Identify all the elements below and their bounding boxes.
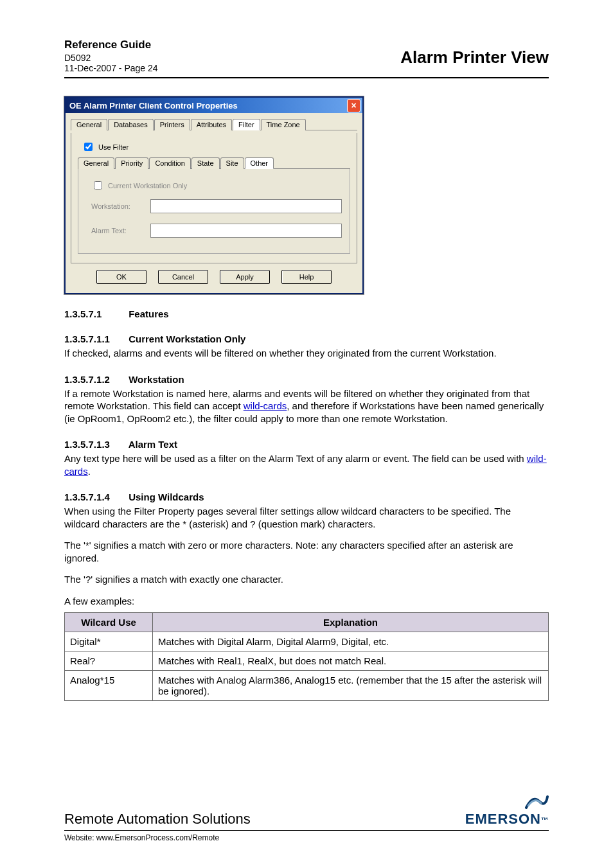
close-button[interactable]: × [347, 99, 360, 112]
section-alarm-text: 1.3.5.7.1.3 Alarm Text [64, 439, 549, 450]
main-tabrow: General Databases Printers Attributes Fi… [71, 118, 357, 130]
tab-attributes[interactable]: Attributes [191, 119, 232, 130]
date-page: 11-Dec-2007 - Page 24 [64, 63, 158, 73]
guide-title: Reference Guide [64, 39, 158, 51]
cancel-button[interactable]: Cancel [158, 270, 208, 284]
dialog-title: OE Alarm Printer Client Control Properti… [69, 101, 238, 111]
th-wildcard-use: Wilcard Use [65, 613, 153, 632]
th-explanation: Explanation [153, 613, 549, 632]
dialog-titlebar: OE Alarm Printer Client Control Properti… [66, 98, 362, 113]
help-button[interactable]: Help [281, 270, 332, 284]
tab-timezone[interactable]: Time Zone [261, 119, 306, 130]
tab-general[interactable]: General [71, 119, 107, 130]
inner-tab-priority[interactable]: Priority [115, 157, 148, 169]
inner-tab-site[interactable]: Site [220, 157, 244, 169]
alarm-text-input[interactable] [150, 224, 342, 238]
alarm-text-label: Alarm Text: [91, 227, 143, 235]
table-row: Digital* Matches with Digital Alarm, Dig… [65, 632, 549, 651]
apply-button[interactable]: Apply [220, 270, 270, 284]
current-ws-label: Current Workstation Only [108, 182, 187, 190]
wildcard-table: Wilcard Use Explanation Digital* Matches… [64, 612, 549, 701]
current-ws-row: Current Workstation Only [91, 179, 342, 191]
workstation-label: Workstation: [91, 202, 143, 210]
table-row: Real? Matches with Real1, RealX, but doe… [65, 651, 549, 671]
tab-filter[interactable]: Filter [233, 119, 260, 130]
use-filter-checkbox[interactable] [84, 143, 93, 151]
inner-tabrow: General Priority Condition State Site Ot… [78, 157, 350, 169]
footer-rule [64, 830, 549, 831]
inner-tab-state[interactable]: State [191, 157, 220, 169]
section-using-wildcards: 1.3.5.7.1.4 Using Wildcards [64, 492, 549, 502]
page-footer: Remote Automation Solutions EMERSON™ Web… [64, 792, 549, 842]
body-current-ws: If checked, alarms and events will be fi… [64, 347, 549, 360]
filter-tab-panel: Use Filter General Priority Condition St… [71, 133, 357, 263]
body-workstation: If a remote Workstation is named here, a… [64, 387, 549, 425]
emerson-logo: EMERSON™ [465, 792, 549, 828]
inner-tab-general[interactable]: General [78, 157, 114, 169]
wildcards-p1: When using the Filter Property pages sev… [64, 505, 549, 530]
table-row: Analog*15 Matches with Analog Alarm386, … [65, 671, 549, 701]
wildcards-p3: The '?' signifies a match with exactly o… [64, 573, 549, 586]
section-features: 1.3.5.7.1 Features [64, 308, 549, 319]
doc-id: D5092 [64, 53, 158, 63]
properties-dialog: OE Alarm Printer Client Control Properti… [64, 96, 364, 294]
footer-company: Remote Automation Solutions [64, 811, 251, 828]
workstation-input[interactable] [150, 199, 342, 213]
emerson-wordmark: EMERSON™ [465, 811, 549, 828]
header-rule [64, 77, 549, 78]
tab-databases[interactable]: Databases [108, 119, 154, 130]
emerson-helix-icon [523, 792, 549, 811]
inner-tab-other[interactable]: Other [245, 157, 274, 169]
section-workstation: 1.3.5.7.1.2 Workstation [64, 374, 549, 385]
use-filter-row: Use Filter [82, 141, 350, 153]
use-filter-label: Use Filter [98, 143, 129, 151]
body-alarm-text: Any text type here will be used as a fil… [64, 452, 549, 477]
page-title: Alarm Printer View [400, 48, 549, 67]
other-tab-panel: Current Workstation Only Workstation: Al… [78, 169, 350, 254]
wildcards-link-1[interactable]: wild-cards [244, 400, 287, 411]
section-current-ws: 1.3.5.7.1.1 Current Workstation Only [64, 333, 549, 344]
footer-website: Website: www.EmersonProcess.com/Remote [64, 833, 549, 842]
ok-button[interactable]: OK [96, 270, 147, 284]
tab-printers[interactable]: Printers [154, 119, 190, 130]
wildcards-p4: A few examples: [64, 595, 549, 608]
close-icon: × [351, 101, 356, 110]
page-header: Reference Guide D5092 11-Dec-2007 - Page… [64, 39, 549, 73]
inner-tab-condition[interactable]: Condition [149, 157, 190, 169]
wildcards-p2: The '*' signifies a match with zero or m… [64, 539, 549, 564]
current-ws-checkbox[interactable] [94, 181, 102, 190]
dialog-button-row: OK Cancel Apply Help [71, 263, 357, 288]
